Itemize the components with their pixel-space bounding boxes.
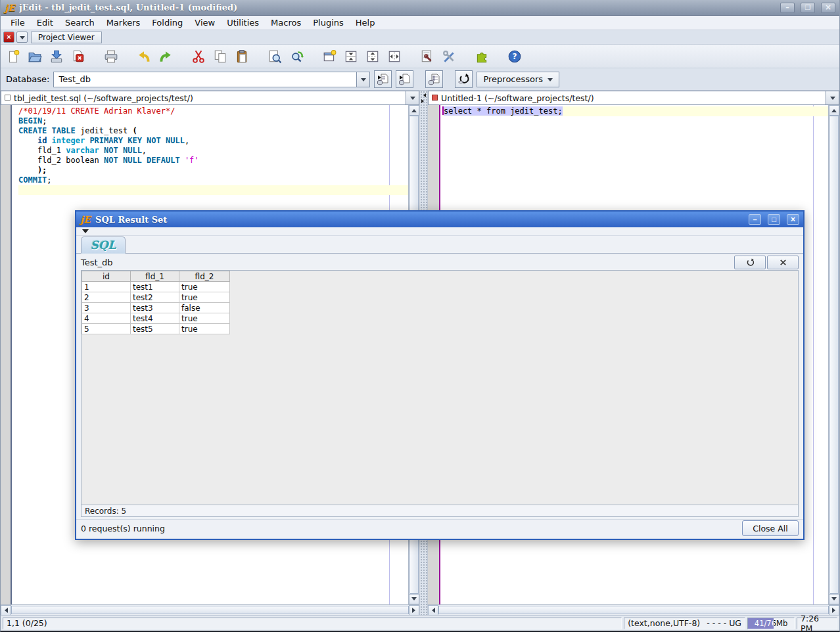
cell-id[interactable]: 5 <box>82 324 131 334</box>
scroll-left-button[interactable] <box>1 605 11 616</box>
project-viewer-tab[interactable]: Project Viewer <box>31 32 102 43</box>
cell-fld1[interactable]: test5 <box>131 324 179 334</box>
dock-menu-button[interactable] <box>16 32 28 43</box>
split-horizontal-button[interactable] <box>363 47 382 66</box>
memory-indicator[interactable]: 41/76Mb 41/76Mb <box>747 618 795 629</box>
menu-search[interactable]: Search <box>59 18 101 28</box>
close-all-button[interactable]: Close All <box>742 520 799 536</box>
replace-all-button[interactable] <box>287 47 306 66</box>
scroll-up-button[interactable] <box>829 105 839 116</box>
scrollbar-thumb[interactable] <box>438 606 829 614</box>
cell-fld1[interactable]: test1 <box>131 282 179 292</box>
menu-help[interactable]: Help <box>350 18 381 28</box>
scroll-down-button[interactable] <box>829 594 839 604</box>
plugin-manager-button[interactable] <box>473 47 491 66</box>
scroll-right-button[interactable] <box>409 605 419 616</box>
scroll-up-button[interactable] <box>409 105 419 116</box>
dock-close-icon[interactable]: × <box>3 32 14 43</box>
repeat-last-query-button[interactable] <box>455 70 473 88</box>
open-file-button[interactable] <box>26 47 44 66</box>
right-horizontal-scrollbar[interactable] <box>428 604 839 615</box>
scroll-down-button[interactable] <box>409 594 419 604</box>
print-button[interactable] <box>102 47 120 66</box>
menu-view[interactable]: View <box>189 18 221 28</box>
column-header-fld2[interactable]: fld_2 <box>179 271 230 282</box>
cell-fld2[interactable]: true <box>179 282 230 292</box>
collapse-left-icon[interactable] <box>421 93 426 97</box>
buffer-mode-status[interactable]: (text,none,UTF-8) - - - - UG <box>624 618 745 629</box>
close-buffer-button[interactable] <box>69 47 87 66</box>
undo-button[interactable] <box>135 47 153 66</box>
window-minimize-button[interactable] <box>780 3 795 13</box>
menu-macros[interactable]: Macros <box>265 18 307 28</box>
left-horizontal-scrollbar[interactable] <box>1 604 419 615</box>
right-buffer-dropdown-button[interactable] <box>826 91 839 104</box>
save-file-button[interactable] <box>47 47 66 66</box>
execute-selection-button[interactable] <box>374 70 392 88</box>
dialog-minimize-button[interactable] <box>749 214 761 225</box>
execute-buffer-button[interactable] <box>396 70 413 88</box>
collapse-right-icon[interactable] <box>421 99 426 103</box>
column-header-id[interactable]: id <box>82 271 131 282</box>
menu-edit[interactable]: Edit <box>31 18 59 28</box>
menu-folding[interactable]: Folding <box>146 18 189 28</box>
cell-id[interactable]: 2 <box>82 292 131 303</box>
menu-utilities[interactable]: Utilities <box>221 18 265 28</box>
unsplit-button[interactable] <box>342 47 360 66</box>
cell-fld1[interactable]: test2 <box>131 292 179 303</box>
result-table-scrollpane[interactable]: id fld_1 fld_2 1test1true 2test2true 3te… <box>81 270 799 505</box>
window-close-button[interactable] <box>821 3 835 13</box>
paste-button[interactable] <box>233 47 251 66</box>
window-maximize-button[interactable] <box>801 3 815 13</box>
cell-fld1[interactable]: test4 <box>131 313 179 324</box>
table-row[interactable]: 5test5true <box>82 324 230 334</box>
split-vertical-button[interactable] <box>385 47 404 66</box>
menu-markers[interactable]: Markers <box>101 18 147 28</box>
column-header-fld1[interactable]: fld_1 <box>131 271 179 282</box>
close-result-button[interactable] <box>767 256 799 269</box>
cut-button[interactable] <box>189 47 208 66</box>
cell-fld2[interactable]: true <box>179 324 230 334</box>
menu-file[interactable]: File <box>5 18 31 28</box>
load-object-button[interactable] <box>425 70 443 88</box>
status-indicators[interactable]: - - - - UG <box>707 618 741 628</box>
cell-fld2[interactable]: false <box>179 303 230 313</box>
dialog-popup-handle[interactable] <box>76 227 803 236</box>
preprocessors-button[interactable]: Preprocessors <box>477 72 559 87</box>
dialog-maximize-button[interactable] <box>768 214 780 225</box>
find-button[interactable] <box>266 47 284 66</box>
new-view-button[interactable] <box>320 47 338 66</box>
right-vertical-scrollbar[interactable] <box>828 105 839 604</box>
sql-result-tab[interactable]: SQL <box>81 237 126 254</box>
menu-plugins[interactable]: Plugins <box>307 18 350 28</box>
cell-id[interactable]: 3 <box>82 303 131 313</box>
right-buffer-switcher[interactable]: Untitled-1 (~/software_projects/test/) <box>428 91 839 105</box>
buffer-options-button[interactable] <box>418 47 436 66</box>
database-combobox[interactable]: Test_db <box>53 72 370 87</box>
scroll-left-button[interactable] <box>428 605 438 616</box>
dialog-close-button[interactable] <box>787 214 799 225</box>
scrollbar-thumb[interactable] <box>829 116 839 594</box>
dialog-titlebar[interactable]: jE SQL Result Set <box>76 212 803 227</box>
redo-button[interactable] <box>156 47 175 66</box>
copy-button[interactable] <box>211 47 229 66</box>
refresh-result-button[interactable] <box>734 256 766 269</box>
global-options-button[interactable] <box>440 47 458 66</box>
left-gutter[interactable] <box>1 105 12 604</box>
cell-id[interactable]: 1 <box>82 282 131 292</box>
table-row[interactable]: 2test2true <box>82 292 230 303</box>
table-row[interactable]: 3test3false <box>82 303 230 313</box>
table-row[interactable]: 1test1true <box>82 282 230 292</box>
help-button[interactable]: ? <box>505 47 524 66</box>
left-buffer-switcher[interactable]: tbl_jedit_test.sql (~/software_projects/… <box>1 91 419 105</box>
cell-fld2[interactable]: true <box>179 292 230 303</box>
database-dropdown-button[interactable] <box>356 72 369 87</box>
cell-fld2[interactable]: true <box>179 313 230 324</box>
cell-fld1[interactable]: test3 <box>131 303 179 313</box>
left-buffer-dropdown-button[interactable] <box>406 91 419 104</box>
cell-id[interactable]: 4 <box>82 313 131 324</box>
splitter-collapse-arrows[interactable] <box>421 93 426 103</box>
table-row[interactable]: 4test4true <box>82 313 230 324</box>
scrollbar-thumb[interactable] <box>11 606 409 614</box>
mode-encoding-label[interactable]: (text,none,UTF-8) <box>628 618 700 628</box>
